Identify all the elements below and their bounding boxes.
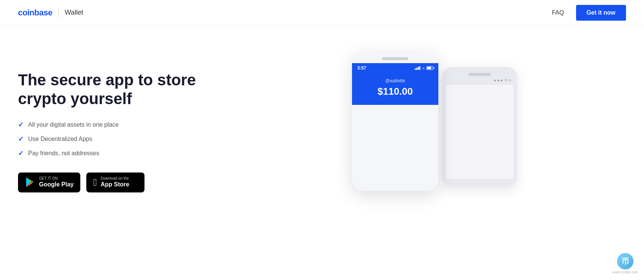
- check-icon-1: ✓: [18, 121, 24, 129]
- google-play-small-text: GET IT ON: [39, 176, 74, 181]
- right-section: ▲▲▲ ⊙ ▭ 3:57: [228, 48, 626, 206]
- status-icons: ∿: [415, 66, 433, 70]
- phone-back-notch: [468, 73, 491, 76]
- feature-text-1: All your digital assets in one place: [28, 121, 119, 128]
- app-store-small-text: Download on the: [101, 176, 129, 181]
- signal-bar-4: [419, 66, 420, 70]
- check-icon-3: ✓: [18, 149, 24, 157]
- phone-username: @wallette: [358, 78, 432, 83]
- nav-area: FAQ Get it now: [552, 5, 626, 21]
- google-play-icon: [25, 177, 35, 188]
- back-battery-icon: ▭: [509, 78, 512, 82]
- logo-area: coinbase Wallet: [18, 8, 83, 18]
- watermark: 币 www.120btc.com: [612, 253, 638, 274]
- app-store-text-area: Download on the App Store: [101, 176, 129, 189]
- app-store-big-text: App Store: [101, 181, 129, 189]
- signal-bar-1: [415, 68, 416, 70]
- get-it-now-button[interactable]: Get it now: [576, 5, 626, 21]
- faq-link[interactable]: FAQ: [552, 9, 564, 16]
- phones-container: ▲▲▲ ⊙ ▭ 3:57: [330, 48, 525, 206]
- phone-time: 3:57: [357, 65, 366, 71]
- battery-icon: [426, 66, 433, 70]
- phone-front-mockup: 3:57 ∿: [352, 52, 438, 191]
- phone-screen: 3:57 ∿: [352, 63, 438, 105]
- signal-bar-2: [416, 68, 417, 70]
- phone-status-bar: 3:57 ∿: [352, 63, 438, 73]
- signal-bars-icon: [415, 66, 420, 70]
- feature-item-3: ✓ Pay friends, not addresses: [18, 149, 213, 157]
- app-store-button[interactable]:  Download on the App Store: [86, 173, 144, 192]
- google-play-big-text: Google Play: [39, 181, 74, 189]
- main-content: The secure app to storecrypto yourself ✓…: [0, 26, 644, 280]
- brand-name: coinbase: [18, 8, 52, 18]
- phone-back-status-icons: ▲▲▲ ⊙ ▭: [493, 78, 512, 82]
- phone-app-content: @wallette $110.00: [352, 73, 438, 105]
- google-play-button[interactable]: GET IT ON Google Play: [18, 173, 80, 192]
- wallet-label: Wallet: [65, 9, 83, 17]
- wifi-icon: ∿: [422, 66, 425, 70]
- back-wifi-icon: ⊙: [504, 78, 507, 82]
- apple-icon: : [93, 177, 97, 187]
- header: coinbase Wallet FAQ Get it now: [0, 0, 644, 26]
- feature-text-2: Use Decentralized Apps: [28, 136, 92, 142]
- google-play-text-area: GET IT ON Google Play: [39, 176, 74, 189]
- check-icon-2: ✓: [18, 135, 24, 143]
- logo-divider: [58, 8, 59, 17]
- watermark-logo: 币: [617, 253, 633, 269]
- phone-back-status: ▲▲▲ ⊙ ▭: [442, 76, 517, 82]
- back-signal-icon: ▲▲▲: [493, 78, 503, 82]
- watermark-url: www.120btc.com: [612, 270, 638, 274]
- feature-item-2: ✓ Use Decentralized Apps: [18, 135, 213, 143]
- phone-balance: $110.00: [358, 86, 432, 97]
- battery-fill: [427, 67, 431, 69]
- phone-front-notch: [382, 57, 408, 60]
- phone-back-screen: [446, 85, 513, 179]
- signal-bar-3: [418, 67, 419, 70]
- store-buttons: GET IT ON Google Play  Download on the …: [18, 173, 213, 192]
- feature-item-1: ✓ All your digital assets in one place: [18, 121, 213, 129]
- phone-back-mockup: ▲▲▲ ⊙ ▭: [442, 67, 517, 187]
- hero-title: The secure app to storecrypto yourself: [18, 71, 213, 109]
- feature-text-3: Pay friends, not addresses: [28, 150, 99, 157]
- left-section: The secure app to storecrypto yourself ✓…: [18, 48, 213, 192]
- features-list: ✓ All your digital assets in one place ✓…: [18, 121, 213, 157]
